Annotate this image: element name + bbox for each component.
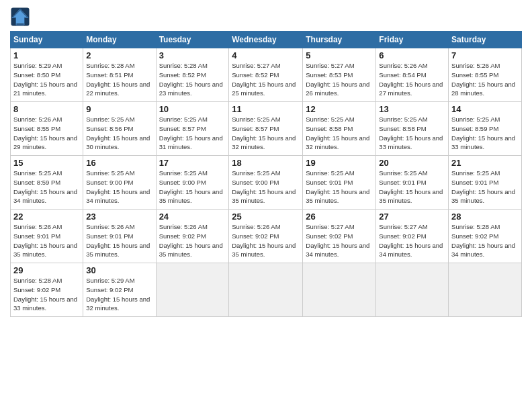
calendar-day-cell: 16Sunrise: 5:25 AM Sunset: 9:00 PM Dayli… — [83, 156, 156, 210]
day-info: Sunrise: 5:28 AM Sunset: 8:51 PM Dayligh… — [86, 61, 152, 98]
calendar-day-cell: 14Sunrise: 5:25 AM Sunset: 8:59 PM Dayli… — [449, 102, 522, 156]
calendar-week-row: 22Sunrise: 5:26 AM Sunset: 9:01 PM Dayli… — [11, 210, 522, 263]
calendar-day-cell: 15Sunrise: 5:25 AM Sunset: 8:59 PM Dayli… — [11, 156, 83, 210]
logo — [10, 7, 33, 27]
calendar-day-cell: 17Sunrise: 5:25 AM Sunset: 9:00 PM Dayli… — [156, 156, 229, 210]
calendar-day-cell: 5Sunrise: 5:27 AM Sunset: 8:53 PM Daylig… — [303, 48, 376, 102]
calendar-day-cell: 24Sunrise: 5:26 AM Sunset: 9:02 PM Dayli… — [156, 210, 229, 263]
day-number: 8 — [13, 104, 80, 114]
calendar-day-cell — [229, 263, 303, 317]
day-number: 20 — [379, 158, 445, 168]
day-number: 29 — [13, 265, 80, 275]
day-info: Sunrise: 5:26 AM Sunset: 8:55 PM Dayligh… — [451, 61, 519, 98]
calendar-week-row: 1Sunrise: 5:29 AM Sunset: 8:50 PM Daylig… — [11, 48, 522, 102]
day-info: Sunrise: 5:26 AM Sunset: 9:01 PM Dayligh… — [86, 222, 152, 259]
calendar-day-cell: 18Sunrise: 5:25 AM Sunset: 9:00 PM Dayli… — [229, 156, 303, 210]
day-info: Sunrise: 5:26 AM Sunset: 9:02 PM Dayligh… — [159, 222, 226, 259]
calendar-day-cell: 4Sunrise: 5:27 AM Sunset: 8:52 PM Daylig… — [229, 48, 303, 102]
calendar-day-cell: 8Sunrise: 5:26 AM Sunset: 8:55 PM Daylig… — [11, 102, 83, 156]
calendar-day-cell: 21Sunrise: 5:25 AM Sunset: 9:01 PM Dayli… — [449, 156, 522, 210]
day-info: Sunrise: 5:25 AM Sunset: 8:58 PM Dayligh… — [379, 115, 445, 152]
header-row — [10, 7, 522, 27]
calendar-day-cell — [156, 263, 229, 317]
day-info: Sunrise: 5:26 AM Sunset: 9:01 PM Dayligh… — [13, 222, 80, 259]
calendar-day-cell: 12Sunrise: 5:25 AM Sunset: 8:58 PM Dayli… — [303, 102, 376, 156]
calendar-day-cell — [376, 263, 449, 317]
weekday-header-tuesday: Tuesday — [156, 32, 229, 48]
day-info: Sunrise: 5:26 AM Sunset: 9:02 PM Dayligh… — [232, 222, 300, 259]
calendar-day-cell: 29Sunrise: 5:28 AM Sunset: 9:02 PM Dayli… — [11, 263, 83, 317]
day-number: 16 — [86, 158, 152, 168]
day-number: 17 — [159, 158, 226, 168]
day-number: 13 — [379, 104, 445, 114]
day-info: Sunrise: 5:28 AM Sunset: 9:02 PM Dayligh… — [13, 276, 80, 313]
day-info: Sunrise: 5:25 AM Sunset: 9:01 PM Dayligh… — [306, 169, 373, 205]
day-info: Sunrise: 5:26 AM Sunset: 8:55 PM Dayligh… — [13, 115, 80, 152]
weekday-header-row: SundayMondayTuesdayWednesdayThursdayFrid… — [11, 32, 522, 48]
day-info: Sunrise: 5:25 AM Sunset: 9:01 PM Dayligh… — [379, 169, 445, 205]
day-info: Sunrise: 5:27 AM Sunset: 9:02 PM Dayligh… — [379, 222, 445, 259]
weekday-header-friday: Friday — [376, 32, 449, 48]
day-info: Sunrise: 5:25 AM Sunset: 8:57 PM Dayligh… — [159, 115, 226, 152]
day-number: 9 — [86, 104, 152, 114]
day-info: Sunrise: 5:25 AM Sunset: 9:00 PM Dayligh… — [159, 169, 226, 205]
calendar-day-cell — [449, 263, 522, 317]
calendar-day-cell: 11Sunrise: 5:25 AM Sunset: 8:57 PM Dayli… — [229, 102, 303, 156]
calendar-day-cell: 27Sunrise: 5:27 AM Sunset: 9:02 PM Dayli… — [376, 210, 449, 263]
day-info: Sunrise: 5:25 AM Sunset: 8:58 PM Dayligh… — [306, 115, 373, 152]
day-number: 27 — [379, 212, 445, 222]
day-info: Sunrise: 5:25 AM Sunset: 9:00 PM Dayligh… — [86, 169, 152, 205]
calendar-day-cell: 2Sunrise: 5:28 AM Sunset: 8:51 PM Daylig… — [83, 48, 156, 102]
day-info: Sunrise: 5:25 AM Sunset: 8:57 PM Dayligh… — [232, 115, 300, 152]
day-info: Sunrise: 5:26 AM Sunset: 8:54 PM Dayligh… — [379, 61, 445, 98]
calendar-day-cell: 13Sunrise: 5:25 AM Sunset: 8:58 PM Dayli… — [376, 102, 449, 156]
day-info: Sunrise: 5:28 AM Sunset: 8:52 PM Dayligh… — [159, 61, 226, 98]
weekday-header-thursday: Thursday — [303, 32, 376, 48]
day-number: 18 — [232, 158, 300, 168]
day-number: 12 — [306, 104, 373, 114]
day-number: 14 — [451, 104, 519, 114]
calendar-day-cell: 22Sunrise: 5:26 AM Sunset: 9:01 PM Dayli… — [11, 210, 83, 263]
day-number: 19 — [306, 158, 373, 168]
logo-icon — [10, 7, 30, 27]
calendar-week-row: 8Sunrise: 5:26 AM Sunset: 8:55 PM Daylig… — [11, 102, 522, 156]
day-number: 1 — [13, 50, 80, 60]
day-info: Sunrise: 5:25 AM Sunset: 9:01 PM Dayligh… — [451, 169, 519, 205]
day-info: Sunrise: 5:28 AM Sunset: 9:02 PM Dayligh… — [451, 222, 519, 259]
calendar-day-cell: 6Sunrise: 5:26 AM Sunset: 8:54 PM Daylig… — [376, 48, 449, 102]
day-info: Sunrise: 5:29 AM Sunset: 8:50 PM Dayligh… — [13, 61, 80, 98]
weekday-header-wednesday: Wednesday — [229, 32, 303, 48]
day-info: Sunrise: 5:27 AM Sunset: 8:53 PM Dayligh… — [306, 61, 373, 98]
calendar-day-cell: 7Sunrise: 5:26 AM Sunset: 8:55 PM Daylig… — [449, 48, 522, 102]
day-info: Sunrise: 5:27 AM Sunset: 9:02 PM Dayligh… — [306, 222, 373, 259]
weekday-header-sunday: Sunday — [11, 32, 83, 48]
day-number: 4 — [232, 50, 300, 60]
day-number: 21 — [451, 158, 519, 168]
day-number: 26 — [306, 212, 373, 222]
day-number: 23 — [86, 212, 152, 222]
calendar-day-cell: 1Sunrise: 5:29 AM Sunset: 8:50 PM Daylig… — [11, 48, 83, 102]
weekday-header-saturday: Saturday — [449, 32, 522, 48]
day-number: 3 — [159, 50, 226, 60]
calendar-day-cell: 26Sunrise: 5:27 AM Sunset: 9:02 PM Dayli… — [303, 210, 376, 263]
calendar-day-cell: 9Sunrise: 5:25 AM Sunset: 8:56 PM Daylig… — [83, 102, 156, 156]
day-number: 2 — [86, 50, 152, 60]
day-info: Sunrise: 5:27 AM Sunset: 8:52 PM Dayligh… — [232, 61, 300, 98]
day-number: 15 — [13, 158, 80, 168]
day-number: 5 — [306, 50, 373, 60]
calendar-day-cell: 23Sunrise: 5:26 AM Sunset: 9:01 PM Dayli… — [83, 210, 156, 263]
day-number: 10 — [159, 104, 226, 114]
day-info: Sunrise: 5:29 AM Sunset: 9:02 PM Dayligh… — [86, 276, 152, 313]
calendar-table: SundayMondayTuesdayWednesdayThursdayFrid… — [10, 31, 522, 317]
day-number: 25 — [232, 212, 300, 222]
day-info: Sunrise: 5:25 AM Sunset: 9:00 PM Dayligh… — [232, 169, 300, 205]
calendar-day-cell: 20Sunrise: 5:25 AM Sunset: 9:01 PM Dayli… — [376, 156, 449, 210]
day-info: Sunrise: 5:25 AM Sunset: 8:59 PM Dayligh… — [451, 115, 519, 152]
calendar-week-row: 15Sunrise: 5:25 AM Sunset: 8:59 PM Dayli… — [11, 156, 522, 210]
day-number: 24 — [159, 212, 226, 222]
day-number: 11 — [232, 104, 300, 114]
day-info: Sunrise: 5:25 AM Sunset: 8:56 PM Dayligh… — [86, 115, 152, 152]
calendar-day-cell: 10Sunrise: 5:25 AM Sunset: 8:57 PM Dayli… — [156, 102, 229, 156]
calendar-day-cell: 25Sunrise: 5:26 AM Sunset: 9:02 PM Dayli… — [229, 210, 303, 263]
calendar-day-cell: 19Sunrise: 5:25 AM Sunset: 9:01 PM Dayli… — [303, 156, 376, 210]
